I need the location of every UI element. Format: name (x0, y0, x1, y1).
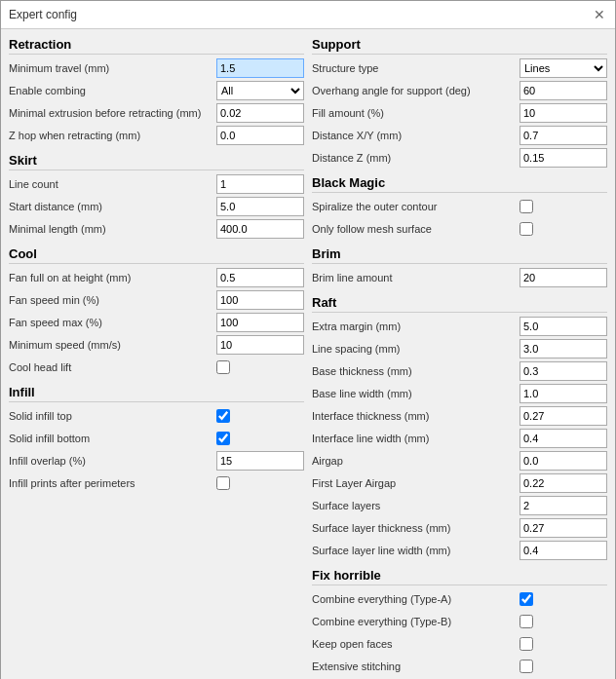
field-checkbox[interactable] (520, 615, 533, 628)
field-row: Extra margin (mm) (312, 317, 607, 336)
field-label: Airgap (312, 455, 520, 467)
field-label: Combine everything (Type-B) (312, 616, 520, 627)
title-bar: Expert config ✕ (1, 1, 615, 29)
field-row: Z hop when retracting (mm) (9, 126, 304, 145)
field-checkbox[interactable] (520, 592, 533, 606)
field-row: Solid infill top (9, 406, 304, 426)
field-input[interactable] (520, 361, 607, 381)
field-input[interactable] (520, 81, 607, 100)
field-input[interactable] (520, 126, 607, 145)
field-label: Minimum travel (mm) (9, 62, 216, 74)
field-row: First Layer Airgap (312, 473, 607, 493)
field-input[interactable] (520, 339, 607, 358)
field-row: Infill prints after perimeters (9, 473, 304, 493)
section-header-skirt: Skirt (9, 153, 304, 170)
field-checkbox[interactable] (520, 222, 533, 236)
field-checkbox[interactable] (216, 409, 230, 423)
field-row: Combine everything (Type-A) (312, 589, 607, 609)
field-checkbox[interactable] (216, 432, 230, 445)
field-label: Keep open faces (312, 638, 520, 650)
section-header-support: Support (312, 37, 607, 55)
field-select[interactable]: All (216, 81, 304, 100)
field-select[interactable]: Lines (520, 58, 607, 78)
field-label: Combine everything (Type-A) (312, 593, 520, 605)
field-label: Surface layer line width (mm) (312, 545, 520, 556)
field-input[interactable] (216, 219, 304, 239)
field-label: Minimal extrusion before retracting (mm) (9, 107, 216, 119)
field-input[interactable] (216, 451, 304, 471)
content-area: RetractionMinimum travel (mm)Enable comb… (1, 29, 615, 679)
field-row: Solid infill bottom (9, 429, 304, 448)
field-row: Base thickness (mm) (312, 361, 607, 381)
field-input[interactable] (520, 406, 607, 426)
field-row: Structure typeLines (312, 58, 607, 78)
field-input[interactable] (216, 335, 304, 355)
field-checkbox[interactable] (520, 660, 533, 673)
field-input[interactable] (520, 148, 607, 168)
field-input[interactable] (216, 290, 304, 310)
field-row: Keep open faces (312, 634, 607, 654)
field-input[interactable] (520, 317, 607, 336)
field-input[interactable] (520, 473, 607, 493)
field-row: Enable combingAll (9, 81, 304, 100)
field-label: Only follow mesh surface (312, 223, 520, 235)
field-label: Minimum speed (mm/s) (9, 339, 216, 351)
field-input[interactable] (216, 174, 304, 194)
field-row: Overhang angle for support (deg) (312, 81, 607, 100)
field-checkbox[interactable] (520, 200, 533, 213)
field-label: Fill amount (%) (312, 107, 520, 119)
field-label: Interface line width (mm) (312, 433, 520, 444)
field-row: Distance Z (mm) (312, 148, 607, 168)
field-input[interactable] (216, 126, 304, 145)
field-label: Cool head lift (9, 361, 216, 373)
field-row: Minimum travel (mm) (9, 58, 304, 78)
field-label: Extra margin (mm) (312, 321, 520, 332)
field-label: Base line width (mm) (312, 388, 520, 399)
checkbox-wrapper (216, 409, 304, 423)
field-input[interactable] (216, 197, 304, 216)
field-input[interactable] (520, 518, 607, 538)
field-label: Line spacing (mm) (312, 343, 520, 355)
field-input[interactable] (520, 268, 607, 287)
field-input[interactable] (520, 429, 607, 448)
field-input[interactable] (216, 268, 304, 287)
field-input[interactable] (520, 103, 607, 123)
field-input[interactable] (216, 103, 304, 123)
checkbox-wrapper (520, 615, 607, 628)
field-label: Structure type (312, 62, 520, 74)
field-row: Distance X/Y (mm) (312, 126, 607, 145)
field-label: Distance X/Y (mm) (312, 130, 520, 141)
field-row: Minimal length (mm) (9, 219, 304, 239)
field-label: Line count (9, 178, 216, 190)
field-row: Line spacing (mm) (312, 339, 607, 358)
checkbox-wrapper (520, 660, 607, 673)
field-row: Interface line width (mm) (312, 429, 607, 448)
field-label: Surface layers (312, 500, 520, 511)
field-input[interactable] (520, 451, 607, 471)
field-label: Surface layer thickness (mm) (312, 522, 520, 534)
field-row: Base line width (mm) (312, 384, 607, 403)
field-row: Interface thickness (mm) (312, 406, 607, 426)
checkbox-wrapper (216, 476, 304, 490)
section-header-fix-horrible: Fix horrible (312, 568, 607, 585)
field-checkbox[interactable] (520, 637, 533, 651)
field-input[interactable] (520, 496, 607, 515)
field-input[interactable] (216, 58, 304, 78)
field-checkbox[interactable] (216, 476, 230, 490)
section-header-raft: Raft (312, 295, 607, 313)
field-row: Fan speed min (%) (9, 290, 304, 310)
checkbox-wrapper (520, 592, 607, 606)
field-row: Spiralize the outer contour (312, 197, 607, 216)
field-input[interactable] (520, 541, 607, 560)
section-header-retraction: Retraction (9, 37, 304, 55)
field-row: Minimum speed (mm/s) (9, 335, 304, 355)
close-button[interactable]: ✕ (592, 7, 607, 22)
field-checkbox[interactable] (216, 360, 230, 374)
field-label: Solid infill top (9, 410, 216, 422)
field-row: Minimal extrusion before retracting (mm) (9, 103, 304, 123)
field-label: Fan speed min (%) (9, 294, 216, 306)
field-input[interactable] (520, 384, 607, 403)
field-label: Interface thickness (mm) (312, 410, 520, 422)
field-input[interactable] (216, 313, 304, 332)
field-row: Brim line amount (312, 268, 607, 287)
